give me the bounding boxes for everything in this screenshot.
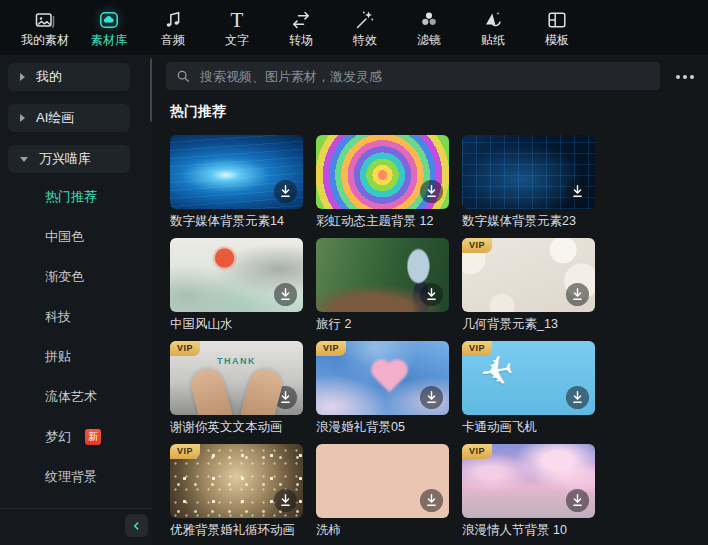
asset-title: 数字媒体背景元素23 <box>462 214 595 229</box>
main-panel: 热门推荐 数字媒体背景元素14彩虹动态主题背景 12数字媒体背景元素23中国风山… <box>152 55 708 545</box>
section-title: 热门推荐 <box>170 103 226 121</box>
toolbar-item-label: 素材库 <box>91 33 127 48</box>
asset-thumbnail[interactable] <box>462 135 595 209</box>
filter-icon <box>417 8 441 32</box>
sidebar-item-5[interactable]: 流体艺术 <box>0 377 152 417</box>
download-button[interactable] <box>273 282 298 307</box>
sidebar-item-label: 渐变色 <box>45 257 84 297</box>
toolbar-item-transition[interactable]: 转场 <box>269 8 333 48</box>
sidebar-group-mine[interactable]: 我的 <box>8 63 130 91</box>
caret-down-icon <box>20 157 28 162</box>
asset-title: 旅行 2 <box>316 317 449 332</box>
asset-title: 彩虹动态主题背景 12 <box>316 214 449 229</box>
toolbar-item-effects[interactable]: 特效 <box>333 8 397 48</box>
sticker-icon <box>481 8 505 32</box>
heart-cloud-shape <box>375 363 405 393</box>
toolbar-item-text[interactable]: T文字 <box>205 8 269 48</box>
download-button[interactable] <box>419 488 444 513</box>
search-bar <box>166 62 660 90</box>
download-button[interactable] <box>419 385 444 410</box>
asset-thumbnail[interactable]: THANKVIP <box>170 341 303 415</box>
toolbar-item-audio[interactable]: 音频 <box>141 8 205 48</box>
sidebar-item-label: 热门推荐 <box>45 177 97 217</box>
asset-thumbnail[interactable]: ✈VIP <box>462 341 595 415</box>
asset-card[interactable]: 数字媒体背景元素14 <box>170 135 303 229</box>
download-icon <box>273 385 298 410</box>
download-button[interactable] <box>565 179 590 204</box>
sidebar-group-meow-library[interactable]: 万兴喵库 <box>8 145 130 173</box>
asset-card[interactable]: VIP优雅背景婚礼循环动画 <box>170 444 303 538</box>
search-input[interactable] <box>198 68 650 85</box>
asset-card[interactable]: VIP浪漫婚礼背景05 <box>316 341 449 435</box>
toolbar-item-sticker[interactable]: 贴纸 <box>461 8 525 48</box>
asset-thumbnail[interactable]: VIP <box>462 444 595 518</box>
download-button[interactable] <box>273 179 298 204</box>
asset-thumbnail[interactable]: VIP <box>462 238 595 312</box>
download-button[interactable] <box>419 282 444 307</box>
chevron-left-icon <box>131 520 143 532</box>
caret-right-icon <box>20 114 25 122</box>
vip-badge: VIP <box>170 444 200 459</box>
download-button[interactable] <box>273 385 298 410</box>
download-icon <box>419 179 444 204</box>
toolbar-item-label: 特效 <box>353 33 377 48</box>
download-button[interactable] <box>273 488 298 513</box>
download-icon <box>565 385 590 410</box>
sidebar-item-0[interactable]: 热门推荐 <box>0 177 152 217</box>
sidebar-item-3[interactable]: 科技 <box>0 297 152 337</box>
toolbar-item-my-media[interactable]: 我的素材 <box>13 8 77 48</box>
sidebar-item-label: 拼贴 <box>45 337 71 377</box>
asset-card[interactable]: ✈VIP卡通动画飞机 <box>462 341 595 435</box>
sidebar-item-6[interactable]: 梦幻新 <box>0 417 152 457</box>
toolbar-item-library[interactable]: 素材库 <box>77 8 141 48</box>
search-icon <box>176 69 190 83</box>
sidebar-group-label: 我的 <box>36 68 62 86</box>
download-icon <box>419 282 444 307</box>
more-options-button[interactable] <box>674 71 696 83</box>
sidebar-item-1[interactable]: 中国色 <box>0 217 152 257</box>
vip-badge: VIP <box>462 341 492 356</box>
asset-card[interactable]: VIP浪漫情人节背景 10 <box>462 444 595 538</box>
download-icon <box>565 488 590 513</box>
asset-thumbnail[interactable]: VIP <box>316 341 449 415</box>
download-icon <box>273 179 298 204</box>
asset-thumbnail[interactable] <box>316 444 449 518</box>
sidebar-item-label: 纹理背景 <box>45 457 97 497</box>
asset-card[interactable]: THANKVIP谢谢你英文文本动画 <box>170 341 303 435</box>
sidebar-collapse-button[interactable] <box>125 514 148 537</box>
asset-thumbnail[interactable] <box>316 238 449 312</box>
sidebar-group-ai-paint[interactable]: AI绘画 <box>8 104 130 132</box>
asset-card[interactable]: VIP几何背景元素_13 <box>462 238 595 332</box>
download-icon <box>273 488 298 513</box>
sidebar-item-4[interactable]: 拼贴 <box>0 337 152 377</box>
toolbar-item-filter[interactable]: 滤镜 <box>397 8 461 48</box>
asset-card[interactable]: 洗柿 <box>316 444 449 538</box>
asset-thumbnail[interactable]: VIP <box>170 444 303 518</box>
sidebar-item-7[interactable]: 纹理背景 <box>0 457 152 497</box>
download-button[interactable] <box>565 488 590 513</box>
toolbar-item-label: 转场 <box>289 33 313 48</box>
top-toolbar: 我的素材素材库音频T文字转场特效滤镜贴纸模板 <box>0 0 708 55</box>
download-button[interactable] <box>419 179 444 204</box>
asset-title: 谢谢你英文文本动画 <box>170 420 303 435</box>
asset-title: 数字媒体背景元素14 <box>170 214 303 229</box>
thumbnail-overlay-text: THANK <box>170 356 303 366</box>
toolbar-item-template[interactable]: 模板 <box>525 8 589 48</box>
audio-icon <box>161 8 185 32</box>
asset-card[interactable]: 中国风山水 <box>170 238 303 332</box>
sidebar-divider <box>0 508 152 509</box>
asset-card[interactable]: 彩虹动态主题背景 12 <box>316 135 449 229</box>
download-button[interactable] <box>565 385 590 410</box>
asset-title: 优雅背景婚礼循环动画 <box>170 523 303 538</box>
sidebar-item-2[interactable]: 渐变色 <box>0 257 152 297</box>
asset-title: 浪漫情人节背景 10 <box>462 523 595 538</box>
vip-badge: VIP <box>170 341 200 356</box>
download-icon <box>419 488 444 513</box>
sidebar-item-label: 流体艺术 <box>45 377 97 417</box>
asset-thumbnail[interactable] <box>170 238 303 312</box>
asset-card[interactable]: 数字媒体背景元素23 <box>462 135 595 229</box>
download-button[interactable] <box>565 282 590 307</box>
asset-card[interactable]: 旅行 2 <box>316 238 449 332</box>
asset-thumbnail[interactable] <box>170 135 303 209</box>
asset-thumbnail[interactable] <box>316 135 449 209</box>
